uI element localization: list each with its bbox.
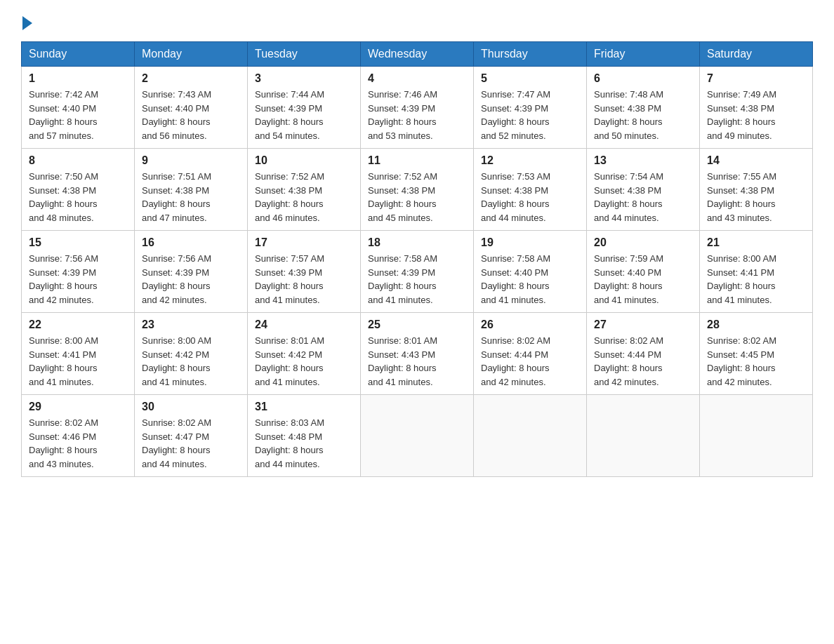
calendar-day-cell: 8 Sunrise: 7:50 AMSunset: 4:38 PMDayligh… [22,149,135,231]
calendar-day-cell: 10 Sunrise: 7:52 AMSunset: 4:38 PMDaylig… [248,149,361,231]
calendar-day-cell: 25 Sunrise: 8:01 AMSunset: 4:43 PMDaylig… [361,313,474,395]
day-info: Sunrise: 8:00 AMSunset: 4:41 PMDaylight:… [29,335,98,387]
day-info: Sunrise: 7:48 AMSunset: 4:38 PMDaylight:… [594,89,663,141]
day-info: Sunrise: 8:02 AMSunset: 4:46 PMDaylight:… [29,417,98,469]
calendar-table: SundayMondayTuesdayWednesdayThursdayFrid… [21,41,813,477]
day-info: Sunrise: 7:58 AMSunset: 4:39 PMDaylight:… [368,253,437,305]
day-number: 24 [255,318,353,331]
calendar-week-row: 15 Sunrise: 7:56 AMSunset: 4:39 PMDaylig… [22,231,813,313]
day-number: 6 [594,72,692,85]
calendar-day-cell [474,395,587,477]
calendar-day-cell: 29 Sunrise: 8:02 AMSunset: 4:46 PMDaylig… [22,395,135,477]
day-info: Sunrise: 8:02 AMSunset: 4:47 PMDaylight:… [142,417,211,469]
calendar-day-cell: 6 Sunrise: 7:48 AMSunset: 4:38 PMDayligh… [587,67,700,149]
day-number: 5 [481,72,579,85]
calendar-day-cell: 5 Sunrise: 7:47 AMSunset: 4:39 PMDayligh… [474,67,587,149]
day-of-week-header: Wednesday [361,42,474,67]
day-number: 31 [255,401,353,413]
day-number: 19 [481,236,579,249]
day-number: 13 [594,154,692,167]
day-number: 9 [142,154,240,167]
day-of-week-header: Saturday [700,42,813,67]
day-number: 28 [707,318,805,331]
logo [21,14,32,27]
calendar-week-row: 1 Sunrise: 7:42 AMSunset: 4:40 PMDayligh… [22,67,813,149]
day-number: 29 [29,401,127,413]
day-number: 20 [594,236,692,249]
calendar-day-cell: 15 Sunrise: 7:56 AMSunset: 4:39 PMDaylig… [22,231,135,313]
day-info: Sunrise: 7:42 AMSunset: 4:40 PMDaylight:… [29,89,98,141]
day-number: 8 [29,154,127,167]
day-info: Sunrise: 7:55 AMSunset: 4:38 PMDaylight:… [707,171,776,223]
calendar-day-cell: 4 Sunrise: 7:46 AMSunset: 4:39 PMDayligh… [361,67,474,149]
day-info: Sunrise: 7:44 AMSunset: 4:39 PMDaylight:… [255,89,324,141]
calendar-header-row: SundayMondayTuesdayWednesdayThursdayFrid… [22,42,813,67]
calendar-day-cell: 1 Sunrise: 7:42 AMSunset: 4:40 PMDayligh… [22,67,135,149]
calendar-week-row: 29 Sunrise: 8:02 AMSunset: 4:46 PMDaylig… [22,395,813,477]
day-info: Sunrise: 7:43 AMSunset: 4:40 PMDaylight:… [142,89,211,141]
calendar-day-cell: 17 Sunrise: 7:57 AMSunset: 4:39 PMDaylig… [248,231,361,313]
day-info: Sunrise: 8:03 AMSunset: 4:48 PMDaylight:… [255,417,324,469]
day-number: 27 [594,318,692,331]
calendar-day-cell [700,395,813,477]
calendar-day-cell [361,395,474,477]
day-info: Sunrise: 8:01 AMSunset: 4:42 PMDaylight:… [255,335,324,387]
day-number: 30 [142,401,240,413]
day-number: 17 [255,236,353,249]
calendar-day-cell: 16 Sunrise: 7:56 AMSunset: 4:39 PMDaylig… [135,231,248,313]
day-info: Sunrise: 7:46 AMSunset: 4:39 PMDaylight:… [368,89,437,141]
day-number: 18 [368,236,466,249]
day-number: 23 [142,318,240,331]
day-info: Sunrise: 7:50 AMSunset: 4:38 PMDaylight:… [29,171,98,223]
calendar-day-cell: 22 Sunrise: 8:00 AMSunset: 4:41 PMDaylig… [22,313,135,395]
day-info: Sunrise: 7:54 AMSunset: 4:38 PMDaylight:… [594,171,663,223]
day-number: 16 [142,236,240,249]
day-of-week-header: Monday [135,42,248,67]
calendar-week-row: 8 Sunrise: 7:50 AMSunset: 4:38 PMDayligh… [22,149,813,231]
day-number: 11 [368,154,466,167]
calendar-day-cell: 9 Sunrise: 7:51 AMSunset: 4:38 PMDayligh… [135,149,248,231]
calendar-day-cell: 21 Sunrise: 8:00 AMSunset: 4:41 PMDaylig… [700,231,813,313]
day-info: Sunrise: 7:52 AMSunset: 4:38 PMDaylight:… [368,171,437,223]
day-number: 2 [142,72,240,85]
day-number: 21 [707,236,805,249]
calendar-day-cell: 28 Sunrise: 8:02 AMSunset: 4:45 PMDaylig… [700,313,813,395]
day-number: 12 [481,154,579,167]
calendar-day-cell: 19 Sunrise: 7:58 AMSunset: 4:40 PMDaylig… [474,231,587,313]
calendar-day-cell: 3 Sunrise: 7:44 AMSunset: 4:39 PMDayligh… [248,67,361,149]
day-number: 22 [29,318,127,331]
calendar-day-cell: 12 Sunrise: 7:53 AMSunset: 4:38 PMDaylig… [474,149,587,231]
day-number: 10 [255,154,353,167]
day-info: Sunrise: 8:00 AMSunset: 4:41 PMDaylight:… [707,253,776,305]
day-info: Sunrise: 7:52 AMSunset: 4:38 PMDaylight:… [255,171,324,223]
calendar-day-cell: 23 Sunrise: 8:00 AMSunset: 4:42 PMDaylig… [135,313,248,395]
day-number: 3 [255,72,353,85]
day-number: 26 [481,318,579,331]
day-of-week-header: Sunday [22,42,135,67]
day-info: Sunrise: 7:58 AMSunset: 4:40 PMDaylight:… [481,253,550,305]
calendar-day-cell: 30 Sunrise: 8:02 AMSunset: 4:47 PMDaylig… [135,395,248,477]
day-info: Sunrise: 8:02 AMSunset: 4:44 PMDaylight:… [481,335,550,387]
calendar-day-cell: 20 Sunrise: 7:59 AMSunset: 4:40 PMDaylig… [587,231,700,313]
calendar-day-cell: 14 Sunrise: 7:55 AMSunset: 4:38 PMDaylig… [700,149,813,231]
day-number: 7 [707,72,805,85]
calendar-day-cell: 13 Sunrise: 7:54 AMSunset: 4:38 PMDaylig… [587,149,700,231]
calendar-day-cell: 27 Sunrise: 8:02 AMSunset: 4:44 PMDaylig… [587,313,700,395]
calendar-day-cell: 7 Sunrise: 7:49 AMSunset: 4:38 PMDayligh… [700,67,813,149]
calendar-day-cell: 18 Sunrise: 7:58 AMSunset: 4:39 PMDaylig… [361,231,474,313]
day-number: 4 [368,72,466,85]
calendar-day-cell: 31 Sunrise: 8:03 AMSunset: 4:48 PMDaylig… [248,395,361,477]
calendar-day-cell: 24 Sunrise: 8:01 AMSunset: 4:42 PMDaylig… [248,313,361,395]
day-of-week-header: Tuesday [248,42,361,67]
day-info: Sunrise: 7:53 AMSunset: 4:38 PMDaylight:… [481,171,550,223]
day-number: 15 [29,236,127,249]
day-info: Sunrise: 7:47 AMSunset: 4:39 PMDaylight:… [481,89,550,141]
day-number: 14 [707,154,805,167]
calendar-day-cell: 11 Sunrise: 7:52 AMSunset: 4:38 PMDaylig… [361,149,474,231]
day-info: Sunrise: 8:01 AMSunset: 4:43 PMDaylight:… [368,335,437,387]
day-info: Sunrise: 7:56 AMSunset: 4:39 PMDaylight:… [29,253,98,305]
day-info: Sunrise: 7:59 AMSunset: 4:40 PMDaylight:… [594,253,663,305]
day-of-week-header: Friday [587,42,700,67]
day-info: Sunrise: 8:02 AMSunset: 4:45 PMDaylight:… [707,335,776,387]
calendar-day-cell: 2 Sunrise: 7:43 AMSunset: 4:40 PMDayligh… [135,67,248,149]
